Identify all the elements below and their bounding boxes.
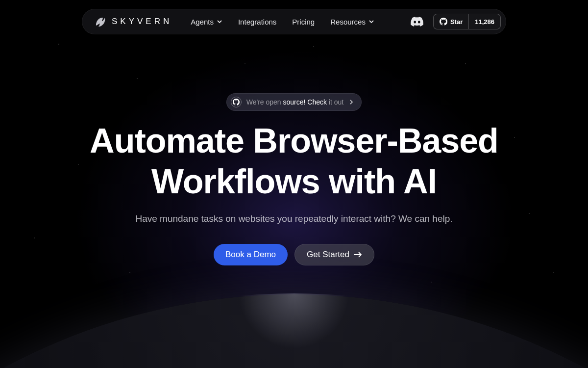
github-star-widget[interactable]: Star 11,286: [433, 14, 501, 29]
nav-integrations[interactable]: Integrations: [238, 18, 276, 26]
svg-point-0: [101, 19, 102, 20]
book-demo-button[interactable]: Book a Demo: [214, 244, 288, 265]
github-icon: [440, 18, 447, 26]
github-icon: [231, 97, 242, 107]
hero-section: We're open source! Check it out Automate…: [0, 93, 588, 265]
nav-pricing[interactable]: Pricing: [292, 18, 315, 26]
brand-name: SKYVERN: [112, 17, 172, 26]
arrow-right-icon: [353, 251, 362, 258]
chevron-down-icon: [368, 19, 374, 25]
nav-resources-label: Resources: [330, 18, 366, 26]
nav-integrations-label: Integrations: [238, 18, 276, 26]
headline-line-1: Automate Browser-Based: [90, 122, 498, 160]
nav-agents[interactable]: Agents: [191, 18, 222, 26]
github-star-count[interactable]: 11,286: [469, 18, 500, 26]
cta-row: Book a Demo Get Started: [214, 244, 374, 265]
get-started-button[interactable]: Get Started: [294, 244, 374, 265]
nav-agents-label: Agents: [191, 18, 214, 26]
chevron-down-icon: [217, 19, 222, 25]
github-star-label: Star: [450, 18, 463, 26]
chevron-right-icon: [348, 99, 354, 105]
hero-subhead: Have mundane tasks on websites you repea…: [135, 213, 452, 224]
brand[interactable]: SKYVERN: [93, 15, 172, 28]
get-started-label: Get Started: [307, 250, 349, 260]
pill-text: We're open source! Check it out: [246, 98, 344, 106]
book-demo-label: Book a Demo: [225, 250, 276, 260]
headline-line-2: Workflows with AI: [151, 162, 437, 201]
nav-links: Agents Integrations Pricing Resources: [191, 18, 374, 26]
hero-headline: Automate Browser-Based Workflows with AI: [90, 121, 498, 202]
skyvern-logo-icon: [93, 15, 106, 28]
nav-pricing-label: Pricing: [292, 18, 315, 26]
discord-icon[interactable]: [411, 17, 423, 26]
top-navbar: SKYVERN Agents Integrations Pricing Reso…: [82, 9, 506, 34]
nav-resources[interactable]: Resources: [330, 18, 374, 26]
open-source-pill[interactable]: We're open source! Check it out: [226, 93, 362, 111]
github-star-button[interactable]: Star: [434, 14, 469, 29]
